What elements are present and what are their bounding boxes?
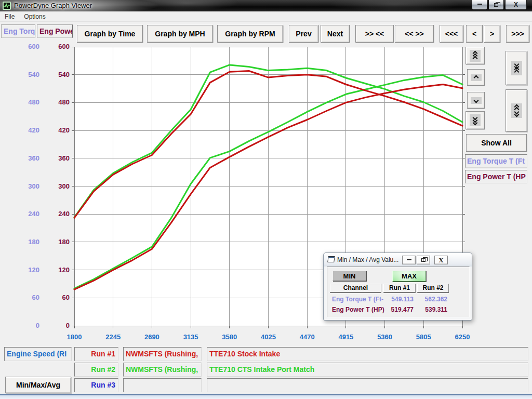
x-tick-label: 2245 [101, 333, 125, 341]
power-channel-field: Eng Power T (HP [465, 170, 527, 183]
run2-file-field: NWMSFTS (Rushing, [123, 363, 202, 377]
y-tick-label: 600 [46, 43, 70, 51]
power-run1-max: 519.477 [383, 306, 414, 313]
zoom-out-x-button[interactable]: << >> [395, 25, 434, 43]
minmax-window-title: Min / Max / Avg Valu... [337, 256, 398, 263]
run3-description-field [207, 378, 528, 392]
y-tick-label: 60 [46, 294, 70, 302]
x-tick-label: 4025 [257, 333, 281, 341]
y-tick-label: 480 [46, 98, 70, 107]
scroll-right-button[interactable]: > [484, 25, 500, 43]
y-tick-label: 120 [46, 266, 70, 274]
y-tick-label: 300 [16, 182, 39, 191]
converge-chevrons-icon [511, 61, 522, 75]
y-tick-label: 240 [46, 210, 70, 218]
y-zoom-out-button[interactable] [506, 89, 527, 132]
scroll-far-left-button[interactable]: <<< [440, 25, 463, 43]
x-tick-label: 3135 [179, 333, 203, 341]
menu-options[interactable]: Options [19, 13, 50, 20]
y-tick-label: 60 [16, 294, 39, 302]
window-title: PowerDyne Graph Viewer [14, 2, 92, 9]
x-tick-label: 4915 [334, 333, 358, 341]
maximize-button[interactable] [488, 0, 504, 10]
y-zoom-in-button[interactable] [506, 51, 527, 85]
y-tick-label: 480 [16, 98, 39, 107]
y-scroll-up-button[interactable] [467, 69, 485, 86]
run3-file-field [123, 378, 202, 392]
window-controls: X [471, 0, 527, 10]
tab-torque-axis[interactable]: Eng Torq [1, 24, 35, 38]
y-tick-label: 180 [16, 238, 39, 246]
menu-file[interactable]: File [0, 13, 19, 20]
run2-description-field: TTE710 CTS Intake Port Match [207, 363, 528, 377]
window-bottom-border [0, 394, 532, 399]
prev-button[interactable]: Prev [289, 25, 318, 43]
x-axis-channel-field: Engine Speed (RI [4, 347, 72, 361]
y-tick-label: 0 [16, 322, 39, 330]
torque-row-channel: Eng Torque T (Ft- [332, 296, 383, 303]
y-tick-label: 600 [16, 43, 39, 51]
minmax-title-bar[interactable]: Min / Max / Avg Valu... [324, 253, 472, 267]
x-tick-label: 3580 [218, 333, 242, 341]
chevron-down-icon [471, 97, 482, 104]
y-scroll-up-fast-button[interactable] [466, 47, 485, 64]
torque-run2-max: 562.362 [417, 296, 447, 303]
x-tick-label: 6250 [450, 333, 474, 341]
run3-label: Run #3 [74, 378, 118, 392]
run2-column-header[interactable]: Run #2 [417, 284, 449, 292]
x-tick-label: 4470 [295, 333, 319, 341]
restore-icon [421, 258, 425, 262]
run1-column-header[interactable]: Run #1 [383, 284, 416, 292]
channel-column-header[interactable]: Channel [330, 284, 381, 292]
max-toggle-button[interactable]: MAX [392, 271, 426, 282]
next-button[interactable]: Next [321, 25, 350, 43]
close-icon: X [438, 256, 443, 264]
close-button[interactable]: X [505, 0, 527, 10]
restore-icon [494, 3, 498, 7]
x-tick-label: 2690 [140, 333, 164, 341]
menu-bar: File Options [0, 11, 532, 22]
minmax-content-panel: MIN MAX Channel Run #1 Run #2 Eng Torque… [327, 267, 470, 317]
graph-by-time-button[interactable]: Graph by Time [77, 25, 143, 43]
chevron-up-icon [471, 74, 482, 81]
minmaxavg-button[interactable]: Min/Max/Avg [5, 377, 71, 393]
y-tick-label: 180 [46, 238, 70, 246]
x-tick-label: 5360 [373, 333, 397, 341]
minmax-restore-button[interactable] [417, 256, 430, 264]
power-run2-max: 539.311 [417, 306, 447, 313]
y-tick-label: 240 [16, 210, 39, 218]
oscilloscope-icon [4, 3, 10, 9]
minimize-button[interactable] [472, 0, 487, 10]
minmax-close-button[interactable]: X [434, 256, 448, 264]
y-tick-label: 300 [46, 182, 70, 191]
minimize-icon [407, 259, 411, 260]
triple-chevron-down-icon [470, 114, 481, 126]
tab-power-axis[interactable]: Eng Powe [37, 24, 73, 38]
app-icon[interactable] [3, 2, 11, 10]
torque-channel-field: Eng Torque T (Ft [465, 154, 527, 168]
x-tick-label: 1800 [62, 333, 86, 341]
x-tick-label: 5805 [411, 333, 435, 341]
run1-label: Run #1 [74, 347, 118, 361]
minimize-icon [477, 3, 482, 5]
scroll-far-right-button[interactable]: >>> [506, 25, 529, 43]
run1-file-field: NWMSFTS (Rushing, [123, 347, 202, 361]
minmax-minimize-button[interactable] [402, 256, 416, 264]
y-tick-label: 420 [16, 126, 39, 135]
y-tick-label: 120 [16, 266, 39, 274]
torque-run1-max: 549.113 [383, 296, 414, 303]
scroll-left-button[interactable]: < [466, 25, 483, 43]
zoom-in-x-button[interactable]: >> << [355, 25, 394, 43]
y-scroll-down-button[interactable] [467, 92, 485, 109]
graph-by-mph-button[interactable]: Graph by MPH [147, 25, 213, 43]
show-all-button[interactable]: Show All [466, 134, 527, 152]
title-bar: PowerDyne Graph Viewer X [0, 0, 532, 11]
min-toggle-button[interactable]: MIN [332, 271, 366, 281]
run2-label: Run #2 [74, 363, 118, 377]
y-tick-label: 420 [46, 126, 70, 135]
y-scroll-down-fast-button[interactable] [466, 111, 485, 129]
graph-by-rpm-button[interactable]: Graph by RPM [217, 25, 283, 43]
y-tick-label: 540 [16, 71, 39, 79]
run1-description-field: TTE710 Stock Intake [207, 347, 528, 361]
y-tick-label: 360 [16, 154, 39, 163]
